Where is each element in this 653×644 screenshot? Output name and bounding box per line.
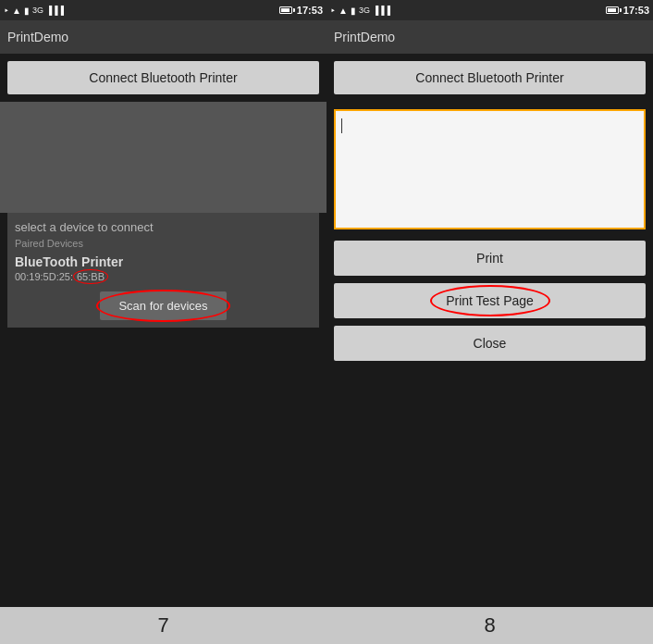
device-address-highlight: 65:BB [73, 269, 108, 284]
app-bar-7: PrintDemo [0, 20, 326, 54]
status-icons-left: ‣ ▲ ▮ 3G ▐▐▐ [4, 6, 64, 16]
bottom-labels: 7 8 [0, 607, 653, 644]
bluetooth-icon-8: ‣ [330, 6, 336, 16]
screens-container: ‣ ▲ ▮ 3G ▐▐▐ 17:53 PrintDemo Connect Blu… [0, 0, 653, 607]
bluetooth-icon: ‣ [4, 6, 9, 16]
content-area-7 [0, 102, 326, 213]
3g-icon: 3G [32, 6, 43, 15]
text-cursor [341, 118, 342, 133]
app-title-8: PrintDemo [334, 30, 395, 44]
status-bar-right: ‣ ▲ ▮ 3G ▐▐▐ 17:53 [326, 0, 653, 20]
select-device-prompt: select a device to connect [15, 220, 312, 234]
signal-icon: ▮ [24, 6, 30, 16]
status-bar-left: ‣ ▲ ▮ 3G ▐▐▐ 17:53 [0, 0, 326, 20]
bars-icon-8: ▐▐▐ [373, 6, 390, 15]
app-title-7: PrintDemo [7, 30, 68, 44]
status-time-8: 17:53 [623, 5, 649, 16]
print-button[interactable]: Print [334, 241, 646, 276]
connect-bluetooth-button-7[interactable]: Connect Bluetooth Printer [7, 61, 319, 94]
3g-icon-8: 3G [359, 6, 370, 15]
status-icons-right: ‣ ▲ ▮ 3G ▐▐▐ [330, 6, 390, 16]
status-bar-right-7: 17:53 [279, 5, 323, 16]
battery-icon-8 [606, 6, 622, 14]
signal-icon-8: ▮ [351, 6, 356, 16]
device-address: 00:19:5D:25:65:BB [15, 269, 312, 284]
connect-bluetooth-button-8[interactable]: Connect Bluetooth Printer [334, 61, 646, 94]
status-time-7: 17:53 [297, 5, 323, 16]
paired-devices-label: Paired Devices [15, 238, 312, 249]
text-input-area[interactable] [334, 109, 646, 229]
screen-7: ‣ ▲ ▮ 3G ▐▐▐ 17:53 PrintDemo Connect Blu… [0, 0, 326, 607]
screen-label-8: 8 [326, 613, 653, 638]
print-test-btn-container: Print Test Page [334, 283, 646, 318]
wifi-icon: ▲ [12, 6, 21, 16]
bars-icon: ▐▐▐ [46, 6, 64, 15]
wifi-icon-8: ▲ [339, 6, 348, 16]
battery-icon-7 [279, 6, 295, 14]
scan-btn-container: Scan for devices [15, 291, 312, 320]
screen-8: ‣ ▲ ▮ 3G ▐▐▐ 17:53 PrintDemo Connect Blu… [326, 0, 653, 607]
print-test-page-button[interactable]: Print Test Page [334, 283, 646, 318]
screen-label-7: 7 [0, 613, 326, 638]
close-button[interactable]: Close [334, 326, 646, 361]
device-name: BlueTooth Printer [15, 254, 312, 269]
device-list-overlay: select a device to connect Paired Device… [7, 213, 319, 328]
scan-devices-button[interactable]: Scan for devices [100, 291, 226, 320]
status-right-8: 17:53 [606, 5, 649, 16]
app-bar-8: PrintDemo [326, 20, 653, 54]
